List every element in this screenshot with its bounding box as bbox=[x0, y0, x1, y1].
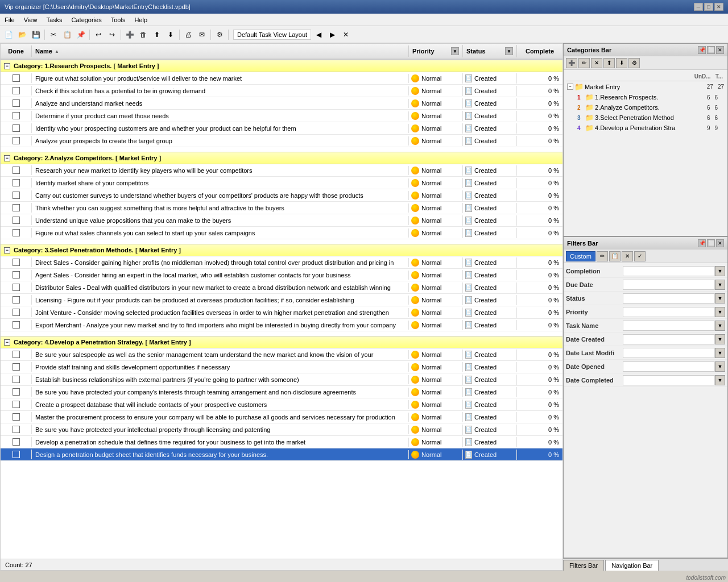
undo-button[interactable]: ↩ bbox=[92, 28, 105, 41]
categories-restore-button[interactable]: ⬜ bbox=[707, 46, 715, 54]
task-row[interactable]: Figure out what solution your product/se… bbox=[1, 72, 562, 85]
task-checkbox[interactable] bbox=[13, 438, 20, 446]
task-checkbox[interactable] bbox=[13, 99, 20, 107]
task-row[interactable]: Check if this solution has a potential t… bbox=[1, 85, 562, 97]
filter-apply-button[interactable]: ✓ bbox=[634, 251, 646, 261]
tab-filters-bar[interactable]: Filters Bar bbox=[563, 560, 604, 571]
task-checkbox[interactable] bbox=[13, 388, 20, 396]
tab-navigation-bar[interactable]: Navigation Bar bbox=[605, 560, 659, 571]
task-checkbox[interactable] bbox=[13, 112, 20, 119]
task-checkbox[interactable] bbox=[13, 74, 20, 82]
task-checkbox[interactable] bbox=[13, 137, 20, 144]
menu-view[interactable]: View bbox=[19, 15, 42, 24]
col-header-name[interactable]: Name ▲ bbox=[32, 45, 409, 57]
task-row[interactable]: Master the procurement process to ensure… bbox=[1, 411, 562, 423]
layout-next-button[interactable]: ▶ bbox=[326, 28, 338, 41]
cat-edit-button[interactable]: ✏ bbox=[578, 58, 590, 68]
task-row[interactable]: Figure out what sales channels you can s… bbox=[1, 227, 562, 239]
cat-child-2[interactable]: 2 📁 2.Analyze Competitors. 6 6 bbox=[566, 102, 725, 113]
task-row[interactable]: Be sure you have protected your intellec… bbox=[1, 423, 562, 436]
task-row[interactable]: Analyze your prospects to create the tar… bbox=[1, 135, 562, 147]
cat-delete-button[interactable]: ✕ bbox=[591, 58, 602, 68]
filter-copy-button[interactable]: 📋 bbox=[609, 251, 621, 261]
task-checkbox[interactable] bbox=[13, 229, 20, 236]
filter-value-0[interactable] bbox=[623, 266, 715, 276]
cat-child-3[interactable]: 3 📁 3.Select Penetration Method 6 6 bbox=[566, 113, 725, 123]
cat-expand-1[interactable]: − bbox=[4, 63, 10, 69]
maximize-button[interactable]: □ bbox=[704, 3, 713, 11]
paste-button[interactable]: 📌 bbox=[75, 28, 87, 41]
task-checkbox[interactable] bbox=[13, 376, 20, 383]
print-button[interactable]: 🖨 bbox=[182, 28, 195, 41]
filter-dropdown-0[interactable]: ▼ bbox=[715, 266, 725, 276]
filter-dropdown-3[interactable]: ▼ bbox=[715, 307, 725, 317]
new-button[interactable]: 📄 bbox=[2, 28, 15, 41]
priority-filter-button[interactable]: ▼ bbox=[451, 47, 459, 55]
task-row[interactable]: Provide staff training and skills develo… bbox=[1, 361, 562, 373]
task-row[interactable]: Carry out customer surveys to understand… bbox=[1, 189, 562, 202]
task-checkbox[interactable] bbox=[13, 401, 20, 408]
cat-expand-2[interactable]: − bbox=[4, 155, 10, 161]
task-checkbox[interactable] bbox=[13, 309, 20, 316]
filter-edit-button[interactable]: ✏ bbox=[597, 251, 608, 261]
task-row[interactable]: Determine if your product can meet those… bbox=[1, 110, 562, 122]
task-row[interactable]: Identity market share of your competitor… bbox=[1, 177, 562, 189]
task-row[interactable]: Develop a penetration schedule that defi… bbox=[1, 436, 562, 448]
filter-value-4[interactable] bbox=[623, 321, 715, 331]
task-checkbox[interactable] bbox=[13, 179, 20, 186]
filters-close-button[interactable]: ✕ bbox=[716, 239, 724, 247]
task-row[interactable]: Create a prospect database that will inc… bbox=[1, 398, 562, 411]
cut-button[interactable]: ✂ bbox=[47, 28, 60, 41]
save-button[interactable]: 💾 bbox=[30, 28, 42, 41]
move-up-button[interactable]: ⬆ bbox=[151, 28, 163, 41]
task-row[interactable]: Be sure you have protected your company'… bbox=[1, 386, 562, 398]
layout-close-button[interactable]: ✕ bbox=[340, 28, 352, 41]
task-checkbox[interactable] bbox=[13, 351, 20, 358]
cat-add-button[interactable]: ➕ bbox=[566, 58, 577, 68]
filter-value-3[interactable] bbox=[623, 307, 715, 317]
filter-value-6[interactable] bbox=[623, 348, 715, 358]
task-row[interactable]: Research your new market to identify key… bbox=[1, 164, 562, 177]
task-row[interactable]: Agent Sales - Consider hiring an expert … bbox=[1, 269, 562, 281]
categories-close-button[interactable]: ✕ bbox=[716, 46, 724, 54]
add-task-button[interactable]: ➕ bbox=[123, 28, 136, 41]
menu-help[interactable]: Help bbox=[130, 15, 152, 24]
cat-up-button[interactable]: ⬆ bbox=[603, 58, 615, 68]
settings-button[interactable]: ⚙ bbox=[213, 28, 226, 41]
cat-root-expand[interactable]: − bbox=[567, 84, 573, 90]
cat-expand-3[interactable]: − bbox=[4, 247, 10, 253]
task-row[interactable]: Think whether you can suggest something … bbox=[1, 202, 562, 214]
cat-root-item[interactable]: − 📁 Market Entry 27 27 bbox=[566, 81, 725, 92]
filter-dropdown-6[interactable]: ▼ bbox=[715, 348, 725, 358]
menu-tools[interactable]: Tools bbox=[106, 15, 130, 24]
task-row[interactable]: Design a penetration budget sheet that i… bbox=[1, 448, 562, 461]
cat-child-4[interactable]: 4 📁 4.Develop a Penetration Stra 9 9 bbox=[566, 123, 725, 133]
filter-dropdown-2[interactable]: ▼ bbox=[715, 293, 725, 304]
copy-button[interactable]: 📋 bbox=[61, 28, 73, 41]
task-checkbox[interactable] bbox=[13, 87, 20, 94]
menu-categories[interactable]: Categories bbox=[67, 15, 106, 24]
task-checkbox[interactable] bbox=[13, 124, 20, 132]
task-checkbox[interactable] bbox=[13, 363, 20, 371]
task-checkbox[interactable] bbox=[13, 204, 20, 211]
open-button[interactable]: 📂 bbox=[16, 28, 28, 41]
layout-prev-button[interactable]: ◀ bbox=[312, 28, 325, 41]
delete-button[interactable]: 🗑 bbox=[137, 28, 150, 41]
minimize-button[interactable]: ─ bbox=[694, 3, 703, 11]
task-checkbox[interactable] bbox=[13, 451, 20, 458]
redo-button[interactable]: ↪ bbox=[106, 28, 118, 41]
email-button[interactable]: ✉ bbox=[196, 28, 208, 41]
filter-dropdown-7[interactable]: ▼ bbox=[715, 361, 725, 372]
task-checkbox[interactable] bbox=[13, 284, 20, 291]
task-checkbox[interactable] bbox=[13, 192, 20, 199]
task-list[interactable]: − Category: 1.Research Prospects. [ Mark… bbox=[1, 60, 562, 559]
filter-value-8[interactable] bbox=[623, 375, 715, 385]
filter-value-1[interactable] bbox=[623, 280, 715, 290]
menu-file[interactable]: File bbox=[0, 15, 19, 24]
task-row[interactable]: Establish business relationships with ex… bbox=[1, 373, 562, 386]
task-checkbox[interactable] bbox=[13, 296, 20, 304]
filter-delete-button[interactable]: ✕ bbox=[622, 251, 633, 261]
task-row[interactable]: Analyze and understand market needs Norm… bbox=[1, 97, 562, 110]
task-checkbox[interactable] bbox=[13, 259, 20, 266]
filter-dropdown-1[interactable]: ▼ bbox=[715, 280, 725, 290]
